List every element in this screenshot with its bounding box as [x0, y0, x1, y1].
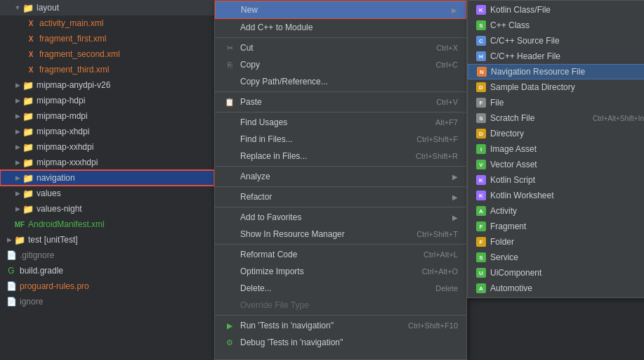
submenu-item-file[interactable]: F File — [468, 95, 644, 110]
submenu-item-cpp-header[interactable]: H C/C++ Header File — [468, 49, 644, 64]
new-folder-icon: F — [476, 237, 486, 247]
menu-item-delete[interactable]: Delete... Delete — [215, 280, 466, 297]
submenu-new: K Kotlin Class/File S C++ Class C C/C++ … — [467, 0, 644, 298]
menu-item-debug-tests[interactable]: ⚙ Debug 'Tests in 'navigation'' — [215, 334, 466, 351]
submenu-item-fragment[interactable]: F Fragment — [468, 219, 644, 234]
menu-item-cut[interactable]: ✂ Cut Ctrl+X — [215, 39, 466, 56]
sidebar-item-label: mipmap-xxxhdpi — [37, 158, 98, 167]
menu-item-label: Kotlin Script — [490, 175, 644, 185]
copy-path-icon — [223, 75, 236, 88]
expand-arrow: ▶ — [14, 97, 21, 104]
sidebar-item-gitignore[interactable]: 📄 .gitignore — [0, 248, 214, 263]
submenu-item-ui-component[interactable]: U UiComponent — [468, 265, 644, 281]
menu-item-copy[interactable]: ⎘ Copy Ctrl+C — [215, 56, 466, 73]
sidebar-item-mipmap-xhdpi[interactable]: ▶ 📁 mipmap-xhdpi — [0, 124, 214, 139]
submenu-item-sample-data[interactable]: D Sample Data Directory — [468, 79, 644, 95]
menu-item-find-files[interactable]: Find in Files... Ctrl+Shift+F — [215, 131, 466, 148]
submenu-item-kotlin-class[interactable]: K Kotlin Class/File — [468, 2, 644, 18]
expand-arrow: ▶ — [14, 82, 21, 89]
menu-item-show-resource[interactable]: Show In Resource Manager Ctrl+Shift+T — [215, 226, 466, 243]
menu-item-find-usages[interactable]: Find Usages Alt+F7 — [215, 114, 466, 131]
sidebar-item-label: values — [37, 188, 61, 198]
sidebar-item-proguard[interactable]: 📄 proguard-rules.pro — [0, 278, 214, 294]
submenu-arrow: ▶ — [452, 193, 458, 201]
sidebar-item-activity-main[interactable]: X activity_main.xml — [0, 15, 214, 31]
cpp-header-icon: H — [476, 51, 486, 61]
kotlin-icon: K — [476, 5, 486, 15]
submenu-item-service[interactable]: S Service — [468, 250, 644, 265]
sidebar-item-values[interactable]: ▶ 📁 values — [0, 186, 214, 201]
refactor-icon — [223, 191, 236, 203]
folder-icon: 📁 — [22, 188, 34, 199]
menu-item-paste[interactable]: 📋 Paste Ctrl+V — [215, 94, 466, 110]
kotlin-script-icon: K — [476, 175, 486, 185]
context-menu-overlay: New ▶ Add C++ to Module ✂ Cut Ctrl+X ⎘ C… — [214, 0, 644, 360]
shortcut-label: Ctrl+Shift+F10 — [408, 321, 458, 330]
sidebar-item-fragment-second[interactable]: X fragment_second.xml — [0, 46, 214, 62]
xml-icon: X — [25, 18, 37, 29]
submenu-item-automotive[interactable]: A Automotive — [468, 281, 644, 296]
submenu-item-nav-resource[interactable]: N Navigation Resource File — [468, 64, 644, 79]
menu-item-add-favorites[interactable]: Add to Favorites ▶ — [215, 209, 466, 226]
submenu-item-directory[interactable]: D Directory — [468, 126, 644, 141]
submenu-item-vector-asset[interactable]: V Vector Asset — [468, 157, 644, 172]
folder-icon: 📁 — [22, 126, 34, 137]
menu-item-label: Add C++ to Module — [240, 22, 458, 32]
menu-item-reformat[interactable]: Reformat Code Ctrl+Alt+L — [215, 246, 466, 263]
shortcut-label: Ctrl+Shift+R — [416, 152, 458, 160]
submenu-item-scratch[interactable]: S Scratch File Ctrl+Alt+Shift+Ins — [468, 110, 644, 126]
sidebar-item-ignore[interactable]: 📄 ignore — [0, 294, 214, 309]
separator — [215, 244, 466, 245]
menu-item-copy-path[interactable]: Copy Path/Reference... — [215, 73, 466, 90]
submenu-item-folder[interactable]: F Folder — [468, 234, 644, 250]
separator — [215, 207, 466, 207]
menu-item-optimize-imports[interactable]: Optimize Imports Ctrl+Alt+O — [215, 263, 466, 280]
sidebar-item-label: ignore — [20, 297, 43, 307]
sidebar-item-mipmap-xxxhdpi[interactable]: ▶ 📁 mipmap-xxxhdpi — [0, 155, 214, 170]
menu-item-add-cpp[interactable]: Add C++ to Module — [215, 19, 466, 36]
sidebar-item-navigation[interactable]: ▶ 📁 navigation — [0, 170, 214, 186]
sidebar-item-android-manifest[interactable]: MF AndroidManifest.xml — [0, 217, 214, 232]
shortcut-label: Ctrl+C — [436, 60, 458, 69]
sidebar-item-fragment-first[interactable]: X fragment_first.xml — [0, 31, 214, 46]
sidebar-item-test[interactable]: ▶ 📁 test [unitTest] — [0, 232, 214, 248]
sidebar-item-values-night[interactable]: ▶ 📁 values-night — [0, 201, 214, 217]
folder-icon: 📁 — [22, 110, 34, 122]
menu-item-analyze[interactable]: Analyze ▶ — [215, 168, 466, 185]
sidebar-item-label: fragment_third.xml — [39, 65, 109, 75]
shortcut-label: Ctrl+X — [436, 44, 458, 52]
menu-item-refactor[interactable]: Refactor ▶ — [215, 188, 466, 205]
sidebar-item-fragment-third[interactable]: X fragment_third.xml — [0, 62, 214, 77]
sidebar-item-mipmap-anydpi[interactable]: ▶ 📁 mipmap-anydpi-v26 — [0, 77, 214, 93]
automotive-icon: A — [476, 283, 486, 293]
submenu-item-kotlin-script[interactable]: K Kotlin Script — [468, 172, 644, 188]
menu-item-new[interactable]: New ▶ — [215, 1, 466, 19]
menu-item-replace-files[interactable]: Replace in Files... Ctrl+Shift+R — [215, 148, 466, 165]
sidebar-item-build-gradle[interactable]: G build.gradle — [0, 263, 214, 278]
submenu-item-cpp-source[interactable]: C C/C++ Source File — [468, 33, 644, 49]
sidebar-item-mipmap-mdpi[interactable]: ▶ 📁 mipmap-mdpi — [0, 108, 214, 124]
folder-icon: 📁 — [22, 203, 34, 214]
shortcut-label: Ctrl+Alt+Shift+Ins — [593, 115, 644, 122]
menu-item-run-tests[interactable]: ▶ Run 'Tests in 'navigation'' Ctrl+Shift… — [215, 317, 466, 334]
submenu-item-image-asset[interactable]: I Image Asset — [468, 141, 644, 157]
submenu-item-kotlin-worksheet[interactable]: K Kotlin Worksheet — [468, 188, 644, 203]
new-icon — [224, 4, 237, 16]
menu-item-label: Override File Type — [240, 300, 458, 310]
menu-item-label: Automotive — [490, 283, 644, 293]
menu-item-label: C/C++ Source File — [490, 36, 644, 46]
submenu-item-cpp-class[interactable]: S C++ Class — [468, 18, 644, 33]
menu-item-label: Navigation Resource File — [491, 67, 644, 77]
sidebar-item-mipmap-hdpi[interactable]: ▶ 📁 mipmap-hdpi — [0, 93, 214, 108]
paste-icon: 📋 — [223, 96, 236, 108]
delete-icon — [223, 282, 236, 295]
sidebar-item-layout[interactable]: ▼ 📁 layout — [0, 0, 214, 15]
menu-item-label: Fragment — [490, 221, 644, 231]
sidebar-item-mipmap-xxhdpi[interactable]: ▶ 📁 mipmap-xxhdpi — [0, 139, 214, 155]
menu-item-label: Optimize Imports — [240, 266, 408, 276]
run-icon: ▶ — [223, 319, 236, 332]
submenu-item-activity[interactable]: A Activity — [468, 203, 644, 219]
sidebar-item-label: mipmap-hdpi — [37, 96, 85, 105]
shortcut-label: Ctrl+Alt+L — [423, 250, 458, 259]
sidebar-item-label: fragment_first.xml — [39, 34, 106, 44]
